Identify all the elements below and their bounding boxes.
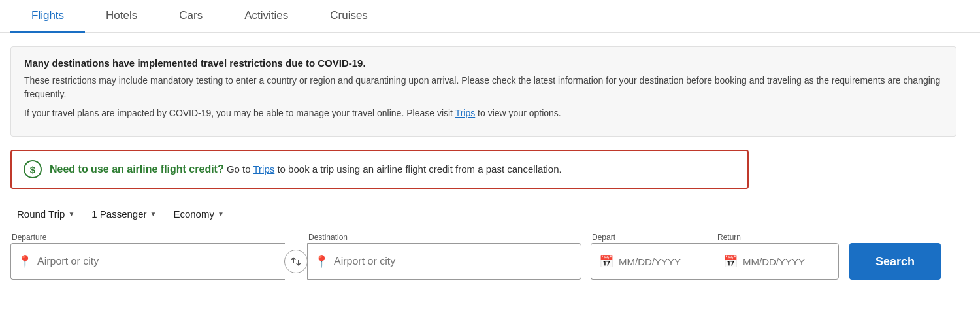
cabin-label: Economy (173, 209, 214, 220)
departure-input[interactable] (37, 256, 278, 267)
cabin-chevron: ▼ (218, 210, 224, 218)
alert-body1: These restrictions may include mandatory… (24, 74, 943, 101)
cabin-dropdown[interactable]: Economy ▼ (167, 205, 230, 224)
trip-type-dropdown[interactable]: Round Trip ▼ (10, 205, 81, 224)
return-calendar-icon: 📅 (723, 254, 738, 269)
passengers-chevron: ▼ (150, 210, 157, 218)
return-date-wrap: 📅 (715, 243, 839, 280)
search-row: Departure 📍 Destination 📍 Depart Ret (10, 233, 956, 280)
destination-location-icon: 📍 (314, 254, 329, 269)
search-controls: Round Trip ▼ 1 Passenger ▼ Economy ▼ (10, 205, 956, 224)
destination-input[interactable] (334, 256, 574, 267)
tab-cruises[interactable]: Cruises (309, 0, 389, 33)
credit-notice: $ Need to use an airline flight credit? … (10, 150, 749, 189)
departure-input-wrap: 📍 (10, 243, 285, 280)
alert-title: Many destinations have implemented trave… (24, 58, 943, 69)
trip-type-label: Round Trip (17, 209, 65, 220)
credit-trips-link[interactable]: Trips (253, 163, 274, 175)
tab-navigation: Flights Hotels Cars Activities Cruises (0, 0, 980, 33)
passengers-dropdown[interactable]: 1 Passenger ▼ (85, 205, 163, 224)
tab-hotels[interactable]: Hotels (85, 0, 158, 33)
date-inputs-row: 📅 📅 (591, 243, 841, 280)
alert-body2-suffix: to view your options. (475, 108, 561, 118)
return-label: Return (717, 233, 841, 242)
credit-middle-text: Go to (224, 163, 253, 175)
return-date-input[interactable] (743, 256, 821, 267)
alert-body2: If your travel plans are impacted by COV… (24, 107, 943, 120)
swap-button[interactable] (284, 250, 308, 273)
destination-field-group: Destination 📍 (307, 233, 581, 280)
swap-icon (290, 256, 302, 267)
destination-label: Destination (308, 233, 581, 242)
departure-location-icon: 📍 (18, 254, 32, 269)
alert-body2-prefix: If your travel plans are impacted by COV… (24, 108, 455, 118)
depart-date-input[interactable] (619, 256, 697, 267)
tab-activities[interactable]: Activities (223, 0, 309, 33)
alert-trips-link[interactable]: Trips (455, 108, 476, 118)
departure-label: Departure (12, 233, 285, 242)
depart-calendar-icon: 📅 (599, 254, 613, 269)
tab-flights[interactable]: Flights (10, 0, 85, 33)
credit-bold-text: Need to use an airline flight credit? (50, 163, 224, 175)
credit-suffix-text: to book a trip using an airline flight c… (274, 163, 561, 175)
trip-type-chevron: ▼ (68, 210, 74, 218)
passengers-label: 1 Passenger (91, 209, 146, 220)
dollar-icon: $ (24, 160, 42, 178)
credit-text: Need to use an airline flight credit? Go… (50, 163, 562, 175)
date-labels: Depart Return (591, 233, 841, 243)
date-fields-wrapper: Depart Return 📅 📅 (591, 233, 841, 280)
covid-alert: Many destinations have implemented trave… (10, 46, 956, 137)
main-content: Many destinations have implemented trave… (0, 33, 967, 290)
depart-label: Depart (592, 233, 716, 242)
depart-date-wrap: 📅 (591, 243, 715, 280)
departure-field-group: Departure 📍 (10, 233, 285, 280)
tab-cars[interactable]: Cars (158, 0, 223, 33)
destination-input-wrap: 📍 (307, 243, 581, 280)
search-button[interactable]: Search (849, 243, 941, 280)
